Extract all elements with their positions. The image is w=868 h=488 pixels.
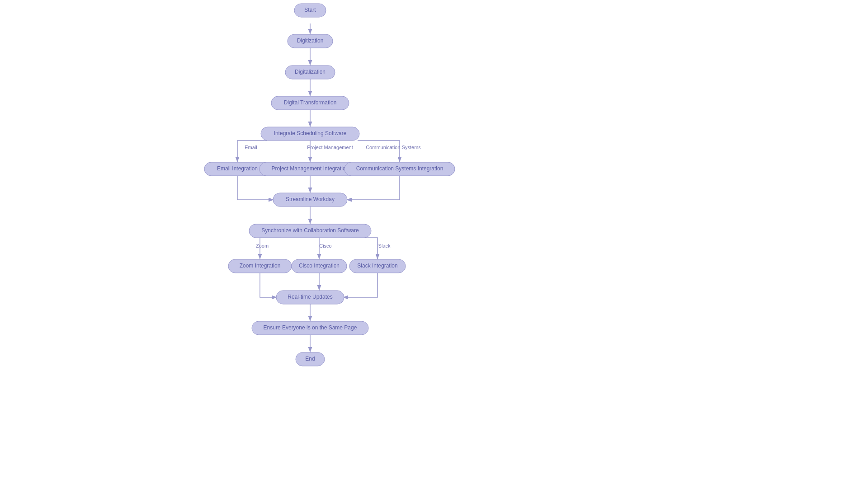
node-cisco-integration-label: Cisco Integration — [299, 263, 340, 269]
node-zoom-integration-label: Zoom Integration — [240, 263, 281, 269]
node-digitization-label: Digitization — [297, 38, 324, 44]
edge-label-slack: Slack — [378, 243, 391, 249]
node-streamline-workday-label: Streamline Workday — [286, 196, 335, 202]
node-comm-systems-label: Communication Systems Integration — [356, 165, 443, 172]
edge-label-zoom: Zoom — [256, 243, 269, 249]
node-digitalization-label: Digitalization — [295, 69, 326, 75]
edge-label-cisco: Cisco — [319, 243, 332, 249]
node-integrate-scheduling-label: Integrate Scheduling Software — [274, 130, 347, 136]
node-start-label: Start — [304, 7, 316, 13]
node-end-label: End — [305, 356, 315, 362]
node-slack-integration-label: Slack Integration — [357, 263, 397, 269]
node-email-integration-label: Email Integration — [217, 165, 258, 172]
node-sync-collab-label: Synchronize with Collaboration Software — [261, 227, 359, 234]
node-realtime-updates-label: Real-time Updates — [288, 294, 332, 300]
node-ensure-everyone-label: Ensure Everyone is on the Same Page — [264, 324, 357, 331]
edge-label-pm: Project Management — [307, 145, 353, 150]
node-project-mgmt-label: Project Management Integration — [272, 165, 349, 172]
edge-label-email: Email — [245, 145, 257, 150]
edge-label-comm: Communication Systems — [366, 145, 421, 150]
node-digital-transformation-label: Digital Transformation — [284, 99, 337, 106]
